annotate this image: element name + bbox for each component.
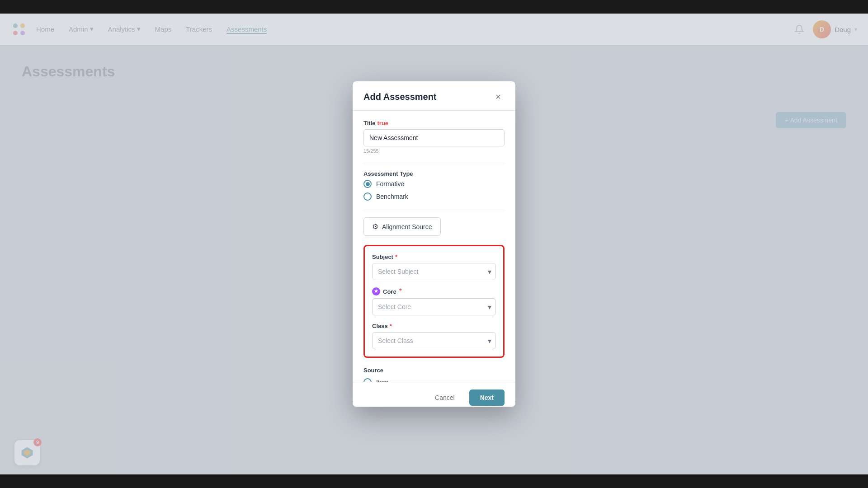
class-select[interactable]: Select Class: [372, 332, 496, 349]
core-select[interactable]: Select Core: [372, 298, 496, 315]
top-bar: [0, 0, 868, 14]
close-button[interactable]: ×: [492, 90, 505, 103]
formative-radio[interactable]: [363, 180, 372, 188]
modal-header: Add Assessment ×: [353, 81, 515, 111]
subject-select[interactable]: Select Subject: [372, 263, 496, 280]
highlighted-fields-section: Subject * Select Subject ▾: [363, 245, 505, 358]
subject-required: *: [395, 253, 397, 260]
assessment-type-label: Assessment Type: [363, 170, 505, 177]
next-button[interactable]: Next: [469, 389, 505, 406]
core-field-group: Core * Select Core ▾: [372, 287, 496, 315]
class-field-group: Class * Select Class ▾: [372, 323, 496, 349]
radio-group: Formative Benchmark: [363, 180, 505, 201]
modal-title: Add Assessment: [363, 92, 437, 102]
bottom-bar: [0, 474, 868, 488]
alignment-source-group: ⚙ Alignment Source: [363, 217, 505, 236]
add-assessment-modal: Add Assessment × Title true 15/255 Asses…: [353, 81, 515, 407]
title-field-group: Title true 15/255: [363, 120, 505, 154]
core-label-wrapper: Core *: [372, 287, 496, 296]
item-radio[interactable]: [363, 378, 372, 382]
subject-select-wrapper: Select Subject ▾: [372, 263, 496, 280]
subject-label: Subject *: [372, 253, 496, 260]
modal-footer: Cancel Next: [353, 382, 515, 407]
source-group: Source Item: [363, 367, 505, 382]
cancel-button[interactable]: Cancel: [426, 389, 464, 406]
title-input[interactable]: [363, 129, 505, 146]
benchmark-radio[interactable]: [363, 192, 372, 201]
divider-2: [363, 210, 505, 210]
source-label: Source: [363, 367, 505, 374]
settings-icon: ⚙: [372, 222, 378, 231]
divider-1: [363, 163, 505, 163]
formative-label: Formative: [376, 180, 404, 188]
modal-body: Title true 15/255 Assessment Type Format…: [353, 111, 515, 382]
title-label: Title true: [363, 120, 505, 127]
char-count: 15/255: [363, 148, 505, 154]
class-required: *: [390, 323, 392, 329]
benchmark-option[interactable]: Benchmark: [363, 192, 505, 201]
subject-field-group: Subject * Select Subject ▾: [372, 253, 496, 280]
core-icon: [372, 287, 380, 296]
benchmark-label: Benchmark: [376, 193, 408, 200]
required-indicator: true: [377, 120, 389, 127]
item-label: Item: [376, 379, 388, 382]
assessment-type-group: Assessment Type Formative Benchmark: [363, 170, 505, 201]
core-label: Core: [383, 288, 396, 295]
formative-option[interactable]: Formative: [363, 180, 505, 188]
core-required: *: [399, 287, 402, 296]
class-select-wrapper: Select Class ▾: [372, 332, 496, 349]
class-label: Class *: [372, 323, 496, 329]
core-select-wrapper: Select Core ▾: [372, 298, 496, 315]
alignment-source-button[interactable]: ⚙ Alignment Source: [363, 217, 441, 236]
item-option[interactable]: Item: [363, 378, 505, 382]
